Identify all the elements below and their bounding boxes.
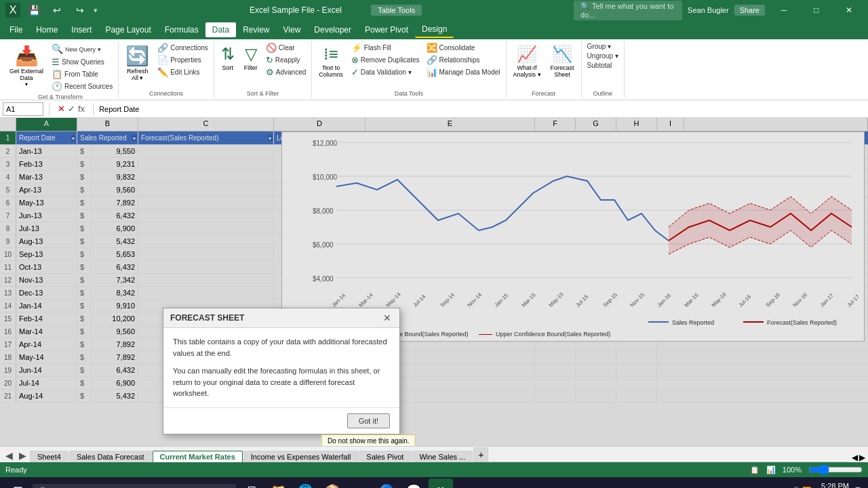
sort-filter-content: ⇅ Sort ▽ Filter 🚫 Clear ↻ Reapply ⚙ Adva…	[217, 42, 309, 89]
chart-mode-icon: 📊	[766, 466, 776, 474]
share-button[interactable]: Share	[734, 5, 765, 16]
menu-review[interactable]: Review	[236, 22, 276, 37]
manage-data-model-button[interactable]: 📊 Manage Data Model	[424, 66, 503, 78]
subtotal-label: Subtotal	[587, 62, 612, 69]
from-table-button[interactable]: 📋 From Table	[49, 68, 115, 80]
tab-sales-pivot[interactable]: Sales Pivot	[359, 451, 411, 462]
lync-icon[interactable]: 💬	[401, 479, 426, 488]
cancel-formula-icon[interactable]: ✕	[58, 104, 65, 114]
get-external-data-arrow[interactable]: ▾	[25, 81, 28, 87]
reapply-icon: ↻	[266, 55, 273, 65]
tab-income-vs-expenses[interactable]: Income vs Expenses Waterfall	[243, 451, 359, 462]
file-explorer-icon[interactable]: 📁	[266, 479, 290, 488]
excel-taskbar-icon[interactable]: X	[429, 479, 453, 488]
cell-ref-input[interactable]	[3, 102, 43, 116]
table-tools-label: Table Tools	[371, 5, 422, 16]
menu-view[interactable]: View	[277, 22, 308, 37]
got-it-button[interactable]: Got it!	[347, 413, 390, 428]
start-button[interactable]: ⊞	[5, 479, 30, 488]
sort-filter-group: ⇅ Sort ▽ Filter 🚫 Clear ↻ Reapply ⚙ Adva…	[214, 41, 312, 98]
show-queries-button[interactable]: ☰ Show Queries	[49, 56, 115, 68]
menu-page-layout[interactable]: Page Layout	[98, 22, 157, 37]
what-if-analysis-button[interactable]: 📈 What-IfAnalysis ▾	[509, 42, 545, 81]
store-icon[interactable]: 📦	[320, 479, 344, 488]
refresh-label: RefreshAll ▾	[127, 68, 149, 81]
menu-bar: File Home Insert Page Layout Formulas Da…	[0, 20, 868, 39]
zoom-slider[interactable]	[808, 466, 863, 474]
formula-input[interactable]	[99, 105, 865, 113]
sheet-nav-left[interactable]: ◀	[3, 449, 16, 462]
tab-current-market-rates[interactable]: Current Market Rates	[153, 451, 243, 462]
scroll-left[interactable]: ◀	[852, 453, 858, 462]
menu-insert[interactable]: Insert	[64, 22, 98, 37]
customize-qat[interactable]: ▾	[94, 6, 98, 15]
clear-button[interactable]: 🚫 Clear	[263, 42, 309, 54]
modal-close-button[interactable]: ✕	[382, 312, 393, 323]
edit-links-button[interactable]: ✏️ Edit Links	[155, 66, 211, 78]
tab-wine-sales[interactable]: Wine Sales ...	[412, 451, 473, 462]
get-external-data-label: Get ExternalData	[9, 68, 43, 81]
menu-file[interactable]: File	[3, 22, 29, 37]
text-to-columns-button[interactable]: ⁞≡ Text toColumns	[315, 42, 347, 81]
sheet-nav-right[interactable]: ▶	[16, 449, 29, 462]
tab-sheet4[interactable]: Sheet4	[30, 451, 68, 462]
menu-design[interactable]: Design	[415, 22, 454, 38]
insert-function-icon[interactable]: fx	[78, 104, 85, 114]
group-button[interactable]: Group ▾	[585, 42, 621, 51]
connections-button[interactable]: 🔗 Connections	[155, 42, 211, 54]
menu-formulas[interactable]: Formulas	[158, 22, 205, 37]
menu-data[interactable]: Data	[205, 22, 236, 37]
confirm-formula-icon[interactable]: ✓	[68, 104, 75, 114]
subtotal-button[interactable]: Subtotal	[585, 61, 621, 70]
modal-para1: This table contains a copy of your data …	[173, 336, 390, 359]
get-transform-group: 📥 Get ExternalData ▾ 🔍 New Query ▾ ☰ Sho…	[3, 41, 119, 98]
reapply-button[interactable]: ↻ Reapply	[263, 54, 309, 66]
redo-icon[interactable]: ↪	[71, 1, 90, 20]
from-table-icon: 📋	[52, 69, 62, 79]
clear-icon: 🚫	[266, 43, 277, 53]
recent-sources-button[interactable]: 🕐 Recent Sources	[49, 81, 115, 92]
task-view-icon[interactable]: 🖥	[239, 479, 263, 488]
menu-developer[interactable]: Developer	[307, 22, 358, 37]
advanced-button[interactable]: ⚙ Advanced	[263, 66, 309, 78]
forecast-sheet-button[interactable]: 📉 ForecastSheet	[547, 42, 578, 81]
connections-content: 🔄 RefreshAll ▾ 🔗 Connections 📄 Propertie…	[121, 42, 211, 89]
search-bar[interactable]: 🔍 Tell me what you want to do...	[574, 1, 682, 20]
edge-icon[interactable]: 🌐	[293, 479, 317, 488]
status-right: 📋 📊 100%	[750, 466, 863, 474]
flash-fill-button[interactable]: ⚡ Flash Fill	[349, 42, 422, 54]
refresh-all-button[interactable]: 🔄 RefreshAll ▾	[121, 42, 153, 84]
filter-button[interactable]: ▽ Filter	[240, 42, 262, 74]
chrome-icon[interactable]: 🔵	[374, 479, 399, 488]
get-external-data-button[interactable]: 📥 Get ExternalData ▾	[5, 42, 47, 90]
ungroup-button[interactable]: Ungroup ▾	[585, 52, 621, 60]
taskbar-time: 5:28 PM 10/8/2015	[816, 481, 849, 488]
excel-icon[interactable]: X	[5, 3, 20, 18]
flash-fill-label: Flash Fill	[364, 44, 391, 52]
close-button[interactable]: ✕	[835, 0, 863, 20]
add-sheet-button[interactable]: +	[473, 447, 488, 462]
consolidate-label: Consolidate	[439, 44, 475, 52]
new-query-button[interactable]: 🔍 New Query ▾	[49, 42, 115, 56]
menu-home[interactable]: Home	[29, 22, 64, 37]
consolidate-button[interactable]: 🔀 Consolidate	[424, 42, 503, 54]
taskbar-search[interactable]: 🔍 Ask me anything	[33, 484, 236, 489]
onedrive-icon[interactable]: ☁	[347, 479, 372, 488]
scroll-right[interactable]: ▶	[859, 453, 865, 462]
minimize-button[interactable]: ─	[770, 0, 797, 20]
save-icon[interactable]: 💾	[24, 1, 43, 20]
data-validation-button[interactable]: ✓ Data Validation ▾	[349, 66, 422, 78]
data-tools-group: ⁞≡ Text toColumns ⚡ Flash Fill ⊗ Remove …	[312, 41, 506, 98]
sort-button[interactable]: ⇅ Sort	[217, 42, 239, 74]
new-query-label: New Query ▾	[65, 46, 101, 54]
maximize-button[interactable]: □	[803, 0, 830, 20]
tab-sales-data-forecast[interactable]: Sales Data Forecast	[69, 451, 152, 462]
forecast-sheet-icon: 📉	[552, 45, 572, 64]
menu-power-pivot[interactable]: Power Pivot	[358, 22, 415, 37]
relationships-button[interactable]: 🔗 Relationships	[424, 54, 503, 66]
properties-button[interactable]: 📄 Properties	[155, 54, 211, 66]
remove-duplicates-button[interactable]: ⊗ Remove Duplicates	[349, 54, 422, 66]
connections-col: 🔗 Connections 📄 Properties ✏️ Edit Links	[155, 42, 211, 78]
undo-icon[interactable]: ↩	[47, 1, 66, 20]
reapply-label: Reapply	[275, 56, 300, 64]
